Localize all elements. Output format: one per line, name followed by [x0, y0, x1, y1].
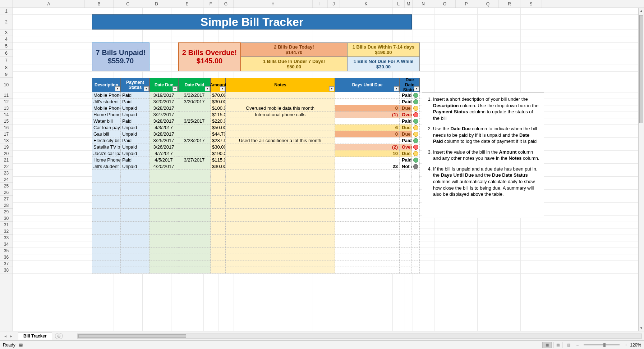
cell-date-due[interactable]	[150, 176, 178, 183]
cell-notes[interactable]	[226, 144, 335, 150]
cell-days-until-due[interactable]: (2)	[335, 144, 400, 150]
cell-days-until-due[interactable]	[335, 189, 400, 196]
cell-notes[interactable]	[226, 209, 335, 215]
cell-due-date-status[interactable]: Due today!	[400, 131, 412, 137]
sheet-tab-bill-tracker[interactable]: Bill Tracker	[18, 332, 52, 340]
row-header[interactable]: 26	[0, 189, 13, 196]
cell-amount[interactable]: $44.70	[211, 131, 226, 137]
column-header[interactable]: D	[142, 0, 171, 8]
cell-days-until-due[interactable]: 10	[335, 150, 400, 157]
cell-status-indicator[interactable]	[412, 131, 420, 137]
row-header[interactable]: 38	[0, 267, 13, 273]
cell-payment-status[interactable]	[121, 183, 150, 189]
cell-description[interactable]	[92, 215, 121, 222]
row-header[interactable]: 29	[0, 209, 13, 215]
cell-payment-status[interactable]: Unpaid	[121, 131, 150, 137]
cell-status-indicator[interactable]	[412, 92, 420, 99]
row-header[interactable]: 33	[0, 235, 13, 241]
hscroll-thumb[interactable]	[78, 334, 186, 338]
cell-payment-status[interactable]	[121, 260, 150, 267]
cell-amount[interactable]: $70.00	[211, 92, 226, 99]
cell-description[interactable]	[92, 235, 121, 241]
view-page-layout-button[interactable]: ▤	[553, 342, 562, 348]
cell-notes[interactable]: International phone calls	[226, 112, 335, 118]
cell-date-paid[interactable]	[178, 260, 211, 267]
cell-days-until-due[interactable]	[335, 92, 400, 99]
cell-status-indicator[interactable]	[412, 157, 420, 163]
filter-dropdown-icon[interactable]	[205, 86, 210, 91]
filter-dropdown-icon[interactable]	[144, 86, 149, 91]
cell-date-due[interactable]	[150, 248, 178, 254]
column-header[interactable]: L	[392, 0, 405, 8]
cell-notes[interactable]	[226, 131, 335, 137]
cell-payment-status[interactable]: Unpaid	[121, 105, 150, 112]
column-header[interactable]: J	[328, 0, 340, 8]
cell-amount[interactable]: $50.00	[211, 124, 226, 131]
cell-date-paid[interactable]	[178, 228, 211, 235]
column-header[interactable]: F	[203, 0, 218, 8]
cell-date-paid[interactable]: 3/27/2017	[178, 157, 211, 163]
nav-first-icon[interactable]: ◂	[3, 334, 8, 339]
cell-payment-status[interactable]: Paid	[121, 99, 150, 105]
cell-amount[interactable]	[211, 254, 226, 260]
cell-amount[interactable]	[211, 222, 226, 228]
cell-notes[interactable]	[226, 228, 335, 235]
cell-days-until-due[interactable]	[335, 202, 400, 209]
cell-amount[interactable]	[211, 228, 226, 235]
cell-days-until-due[interactable]	[335, 176, 400, 183]
cell-date-due[interactable]: 3/20/2017	[150, 99, 178, 105]
cell-date-due[interactable]: 3/28/2017	[150, 131, 178, 137]
cell-due-date-status[interactable]	[400, 254, 412, 260]
cell-due-date-status[interactable]	[400, 202, 412, 209]
cell-date-paid[interactable]	[178, 241, 211, 248]
row-header[interactable]: 36	[0, 254, 13, 260]
cell-due-date-status[interactable]	[400, 241, 412, 248]
cell-due-date-status[interactable]: Paid	[400, 137, 412, 144]
cell-due-date-status[interactable]	[400, 183, 412, 189]
cell-date-due[interactable]	[150, 183, 178, 189]
cell-status-indicator[interactable]	[412, 170, 420, 176]
row-header[interactable]: 10	[0, 78, 13, 92]
cell-due-date-status[interactable]	[400, 248, 412, 254]
row-header[interactable]: 24	[0, 176, 13, 183]
row-header[interactable]: 12	[0, 99, 13, 105]
cell-date-due[interactable]: 3/28/2017	[150, 105, 178, 112]
cell-date-due[interactable]	[150, 241, 178, 248]
view-page-break-button[interactable]: ▥	[564, 342, 573, 348]
cell-date-paid[interactable]	[178, 112, 211, 118]
cell-date-paid[interactable]	[178, 189, 211, 196]
cell-status-indicator[interactable]	[412, 215, 420, 222]
row-header[interactable]: 8	[0, 64, 13, 71]
row-header[interactable]: 1	[0, 8, 13, 14]
cell-due-date-status[interactable]: Due within 7-14 days	[400, 150, 412, 157]
cell-date-paid[interactable]	[178, 124, 211, 131]
row-header[interactable]: 4	[0, 36, 13, 42]
filter-dropdown-icon[interactable]	[414, 86, 419, 91]
cell-date-paid[interactable]	[178, 170, 211, 176]
th-days-until-due[interactable]: Days Until Due	[335, 78, 400, 92]
cell-amount[interactable]: $30.00	[211, 163, 226, 170]
cell-notes[interactable]	[226, 260, 335, 267]
cell-description[interactable]	[92, 196, 121, 202]
cell-amount[interactable]	[211, 260, 226, 267]
filter-dropdown-icon[interactable]	[329, 86, 334, 91]
cell-days-until-due[interactable]	[335, 222, 400, 228]
cell-payment-status[interactable]	[121, 267, 150, 273]
cell-due-date-status[interactable]	[400, 189, 412, 196]
cell-notes[interactable]	[226, 215, 335, 222]
cell-description[interactable]: Gas bill	[92, 131, 121, 137]
cell-description[interactable]	[92, 241, 121, 248]
filter-dropdown-icon[interactable]	[220, 86, 225, 91]
vertical-scrollbar[interactable]: ▲ ▼	[638, 8, 644, 331]
cell-amount[interactable]	[211, 183, 226, 189]
cell-date-due[interactable]: 3/27/2017	[150, 112, 178, 118]
cell-due-date-status[interactable]: Overdue!	[400, 112, 412, 118]
column-header[interactable]: G	[218, 0, 234, 8]
cell-notes[interactable]	[226, 176, 335, 183]
cell-payment-status[interactable]	[121, 254, 150, 260]
cell-description[interactable]	[92, 248, 121, 254]
cell-payment-status[interactable]: Paid	[121, 118, 150, 124]
cell-days-until-due[interactable]: 6	[335, 124, 400, 131]
cell-due-date-status[interactable]	[400, 228, 412, 235]
vscroll-thumb[interactable]	[639, 15, 643, 123]
